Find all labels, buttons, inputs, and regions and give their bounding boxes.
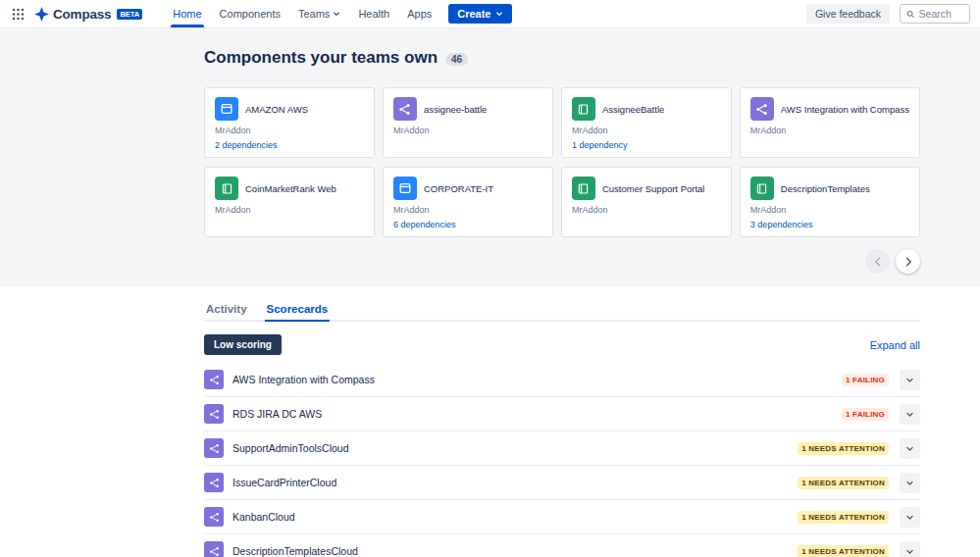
dependencies-link[interactable]: 1 dependency bbox=[572, 140, 628, 150]
nav-health[interactable]: Health bbox=[349, 0, 398, 27]
component-name-link[interactable]: SupportAdminToolsCloud bbox=[232, 442, 789, 454]
share-icon bbox=[209, 512, 220, 523]
scorecard-row: IssueCardPrinterCloud 1 NEEDS ATTENTION bbox=[204, 466, 920, 500]
chevron-down-icon bbox=[905, 547, 914, 556]
section-title: Components your teams own bbox=[204, 48, 438, 68]
share-icon bbox=[209, 375, 220, 385]
share-icon bbox=[209, 478, 220, 488]
component-name[interactable]: CORPORATE-IT bbox=[424, 183, 493, 194]
owned-components-section: Components your teams own 46 AMAZON AWS … bbox=[0, 28, 980, 286]
book-icon bbox=[755, 182, 768, 195]
component-owner: MrAddon bbox=[393, 205, 542, 215]
search-input[interactable] bbox=[919, 8, 963, 20]
window-icon bbox=[220, 102, 233, 116]
component-name[interactable]: CoinMarketRank Web bbox=[245, 183, 336, 194]
book-icon bbox=[577, 182, 590, 195]
component-card[interactable]: AWS Integration with Compass MrAddon bbox=[740, 87, 920, 158]
create-button[interactable]: Create bbox=[448, 4, 511, 24]
component-name-link[interactable]: AWS Integration with Compass bbox=[232, 374, 833, 385]
component-card[interactable]: CORPORATE-IT MrAddon 6 dependencies bbox=[383, 167, 553, 237]
give-feedback-button[interactable]: Give feedback bbox=[806, 4, 890, 24]
search-box[interactable] bbox=[900, 4, 970, 24]
component-name-link[interactable]: IssueCardPrinterCloud bbox=[232, 477, 789, 488]
scorecard-status-badge: 1 NEEDS ATTENTION bbox=[798, 442, 889, 455]
create-button-label: Create bbox=[457, 8, 490, 20]
expand-row-button[interactable] bbox=[900, 404, 920, 425]
beta-badge: BETA bbox=[117, 9, 142, 20]
component-name[interactable]: assignee-battle bbox=[424, 104, 487, 115]
nav-components[interactable]: Components bbox=[211, 0, 289, 27]
chevron-down-icon bbox=[905, 479, 914, 487]
app-switcher-icon[interactable] bbox=[6, 8, 30, 21]
component-card[interactable]: CoinMarketRank Web MrAddon bbox=[204, 167, 375, 237]
component-name[interactable]: AssigneeBattle bbox=[602, 104, 664, 115]
dependencies-link[interactable]: 2 dependencies bbox=[215, 140, 278, 150]
dashboard-lower-section: Activity Scorecards Low scoring Expand a… bbox=[0, 286, 980, 557]
scorecard-row: DescriptionTemplatesCloud 1 NEEDS ATTENT… bbox=[204, 534, 920, 557]
book-icon bbox=[221, 182, 233, 195]
component-name-link[interactable]: RDS JIRA DC AWS bbox=[232, 408, 833, 420]
share-icon bbox=[209, 443, 220, 454]
component-owner: MrAddon bbox=[572, 205, 721, 215]
component-name-link[interactable]: DescriptionTemplatesCloud bbox=[232, 545, 789, 557]
search-icon bbox=[906, 9, 915, 20]
component-name[interactable]: AWS Integration with Compass bbox=[781, 104, 909, 115]
component-owner: MrAddon bbox=[215, 205, 364, 215]
compass-logo[interactable]: Compass BETA bbox=[34, 7, 142, 22]
scorecard-status-badge: 1 NEEDS ATTENTION bbox=[798, 545, 889, 557]
expand-all-link[interactable]: Expand all bbox=[870, 339, 920, 351]
component-owner: MrAddon bbox=[750, 205, 909, 215]
share-icon bbox=[209, 546, 220, 557]
component-count-badge: 46 bbox=[445, 53, 468, 66]
share-icon bbox=[209, 409, 220, 420]
nav-apps[interactable]: Apps bbox=[398, 0, 440, 27]
component-name[interactable]: AMAZON AWS bbox=[245, 104, 308, 115]
nav-home[interactable]: Home bbox=[164, 0, 210, 27]
scorecard-row: AWS Integration with Compass 1 FAILING bbox=[204, 363, 920, 397]
tab-scorecards[interactable]: Scorecards bbox=[265, 301, 331, 322]
scorecard-row: KanbanCloud 1 NEEDS ATTENTION bbox=[204, 500, 920, 534]
component-card[interactable]: AssigneeBattle MrAddon 1 dependency bbox=[561, 87, 732, 158]
tab-activity[interactable]: Activity bbox=[204, 301, 249, 322]
scorecards-toolbar: Low scoring Expand all bbox=[204, 334, 920, 355]
component-card[interactable]: Customer Support Portal MrAddon bbox=[561, 167, 732, 237]
component-name[interactable]: Customer Support Portal bbox=[602, 183, 705, 194]
dependencies-link[interactable]: 3 dependencies bbox=[750, 220, 813, 229]
scorecard-status-badge: 1 NEEDS ATTENTION bbox=[798, 511, 889, 524]
top-navigation-bar: Compass BETA Home Components Teams Healt… bbox=[0, 0, 980, 28]
arrow-right-icon bbox=[903, 256, 914, 268]
scorecard-status-badge: 1 NEEDS ATTENTION bbox=[798, 477, 889, 489]
expand-row-button[interactable] bbox=[900, 438, 920, 459]
component-name-link[interactable]: KanbanCloud bbox=[232, 511, 789, 523]
expand-row-button[interactable] bbox=[900, 541, 920, 557]
expand-row-button[interactable] bbox=[900, 473, 920, 493]
share-icon bbox=[755, 103, 768, 116]
component-owner: MrAddon bbox=[750, 126, 909, 135]
component-card[interactable]: DescriptionTemplates MrAddon 3 dependenc… bbox=[740, 167, 920, 237]
component-cards-grid: AMAZON AWS MrAddon 2 dependencies assign… bbox=[204, 87, 920, 237]
component-card[interactable]: assignee-battle MrAddon bbox=[383, 87, 553, 158]
scorecard-row: SupportAdminToolsCloud 1 NEEDS ATTENTION bbox=[204, 431, 920, 466]
dependencies-link[interactable]: 6 dependencies bbox=[393, 220, 456, 229]
expand-row-button[interactable] bbox=[900, 370, 920, 390]
scorecard-row: RDS JIRA DC AWS 1 FAILING bbox=[204, 397, 920, 431]
scorecard-status-badge: 1 FAILING bbox=[842, 408, 889, 421]
book-icon bbox=[577, 103, 590, 116]
component-name[interactable]: DescriptionTemplates bbox=[781, 183, 870, 194]
scorecard-list: AWS Integration with Compass 1 FAILING R… bbox=[204, 363, 920, 557]
component-owner: MrAddon bbox=[393, 126, 542, 135]
tabs: Activity Scorecards bbox=[204, 301, 920, 322]
low-scoring-filter-button[interactable]: Low scoring bbox=[204, 334, 282, 355]
next-page-button[interactable] bbox=[896, 249, 920, 274]
share-icon bbox=[398, 103, 411, 116]
nav-teams[interactable]: Teams bbox=[289, 0, 349, 27]
component-card[interactable]: AMAZON AWS MrAddon 2 dependencies bbox=[204, 87, 375, 158]
chevron-down-icon bbox=[333, 10, 340, 18]
component-owner: MrAddon bbox=[572, 126, 721, 135]
chevron-down-icon bbox=[495, 10, 503, 18]
expand-row-button[interactable] bbox=[900, 507, 920, 528]
chevron-down-icon bbox=[905, 513, 914, 522]
prev-page-button[interactable] bbox=[865, 249, 890, 274]
arrow-left-icon bbox=[872, 256, 884, 268]
app-name: Compass bbox=[53, 7, 111, 22]
